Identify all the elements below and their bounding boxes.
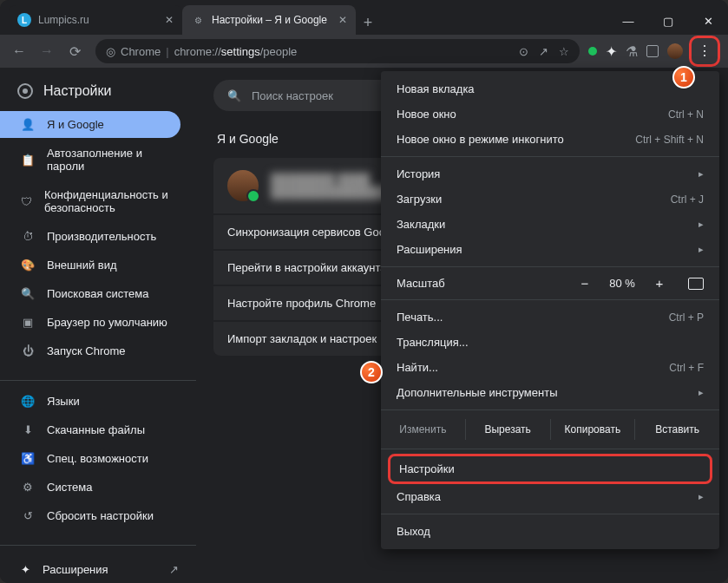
menu-help[interactable]: Справка▸ [381,484,719,509]
tab-lumpics[interactable]: L Lumpics.ru ✕ [9,5,182,35]
edit-cut[interactable]: Вырезать [466,419,551,440]
sidebar-item[interactable]: ⏻Запуск Chrome [0,337,180,364]
menu-history[interactable]: История▸ [381,161,719,187]
sidebar-item[interactable]: ↺Сбросить настройки [0,502,180,529]
zoom-out-button[interactable]: − [575,276,594,291]
lens-icon[interactable]: ⊙ [519,45,528,58]
fullscreen-button[interactable] [688,278,704,290]
sidebar-item[interactable]: 🛡Конфиденциальность и безопасность [0,181,180,221]
menu-new-window[interactable]: Новое окноCtrl + N [381,102,719,127]
bookmark-star-icon[interactable]: ☆ [559,45,569,58]
speed-icon: ⏱ [21,230,35,243]
sidebar-extensions[interactable]: ✦ Расширения ↗ [0,553,196,583]
menu-extensions[interactable]: Расширения▸ [381,237,719,262]
profile-avatar[interactable] [667,43,683,59]
sidebar-item[interactable]: ⚙Система [0,474,180,501]
menu-incognito[interactable]: Новое окно в режиме инкогнитоCtrl + Shif… [381,127,719,152]
power-icon: ⏻ [21,344,35,357]
chrome-menu: Новая вкладка Новое окноCtrl + N Новое о… [381,71,719,549]
toolbar: ← → ⟳ ◎ Chrome | chrome://settings/peopl… [0,35,728,68]
titlebar: L Lumpics.ru ✕ ⚙ Настройки – Я и Google … [0,0,728,35]
share-icon[interactable]: ↗ [539,45,548,58]
reset-icon: ↺ [21,509,35,522]
reload-button[interactable]: ⟳ [62,39,87,63]
close-window-button[interactable]: ✕ [688,7,728,35]
sidebar-item[interactable]: 🌐Языки [0,388,180,415]
edit-paste[interactable]: Вставить [635,419,719,440]
menu-exit[interactable]: Выход [381,519,719,544]
sidebar-item[interactable]: 📋Автозаполнение и пароли [0,140,180,180]
kebab-menu-button[interactable]: ⋮ [692,38,718,64]
paint-icon: 🎨 [21,259,35,272]
sidebar-item[interactable]: ⬇Скачанные файлы [0,416,180,443]
tab-label: Lumpics.ru [38,14,158,26]
forward-button[interactable]: → [35,39,59,63]
globe-icon: 🌐 [21,395,35,408]
download-icon: ⬇ [21,423,35,436]
sidebar-item[interactable]: ▣Браузер по умолчанию [0,309,180,336]
sidebar: Настройки 👤Я и Google📋Автозаполнение и п… [0,68,196,583]
puzzle-icon: ✦ [21,563,30,576]
menu-find[interactable]: Найти...Ctrl + F [381,355,719,380]
menu-bookmarks[interactable]: Закладки▸ [381,212,719,237]
external-link-icon: ↗ [169,563,179,576]
extensions-icon[interactable]: ✦ [606,43,617,60]
close-tab-icon[interactable]: ✕ [338,14,347,26]
app-title: Настройки [0,68,196,111]
annotation-badge-1: 1 [672,66,695,88]
sidebar-item[interactable]: ♿Спец. возможности [0,445,180,472]
menu-cast[interactable]: Трансляция... [381,330,719,355]
sidebar-item[interactable]: 👤Я и Google [0,111,180,138]
zoom-in-button[interactable]: + [650,276,669,291]
annotation-badge-2: 2 [360,361,383,383]
chrome-icon: ◎ [106,45,115,58]
sidebar-item[interactable]: 🎨Внешний вид [0,252,180,278]
address-bar[interactable]: ◎ Chrome | chrome://settings/people ⊙ ↗ … [95,39,580,63]
menu-zoom: Масштаб − 80 % + [381,272,719,295]
chrome-logo-icon [17,83,33,99]
back-button[interactable]: ← [7,39,31,63]
minimize-button[interactable]: — [608,7,648,35]
zoom-value: 80 % [601,277,643,290]
edit-copy[interactable]: Копировать [551,419,636,440]
sidebar-item[interactable]: ⏱Производительность [0,223,180,250]
access-icon: ♿ [21,452,35,465]
system-icon: ⚙ [21,481,35,494]
shield-icon: 🛡 [21,195,32,208]
close-tab-icon[interactable]: ✕ [165,14,174,26]
status-indicator [588,47,597,56]
menu-more-tools[interactable]: Дополнительные инструменты▸ [381,380,719,405]
labs-icon[interactable]: ⚗ [626,43,638,60]
gear-icon: ⚙ [191,13,205,27]
autofill-icon: 📋 [21,154,35,167]
tab-settings[interactable]: ⚙ Настройки – Я и Google ✕ [182,5,356,35]
avatar [227,170,259,201]
new-tab-button[interactable]: + [356,10,380,35]
search-icon: 🔍 [21,287,35,300]
menu-edit-row: Изменить Вырезать Копировать Вставить [381,415,719,444]
browser-icon: ▣ [21,316,35,329]
tab-label: Настройки – Я и Google [212,14,331,26]
maximize-button[interactable]: ▢ [648,7,688,35]
edit-label: Изменить [381,419,466,440]
sidebar-item[interactable]: 🔍Поисковая система [0,280,180,307]
menu-downloads[interactable]: ЗагрузкиCtrl + J [381,187,719,212]
menu-settings[interactable]: Настройки [390,456,710,481]
panel-icon[interactable] [646,45,659,57]
search-icon: 🔍 [227,89,241,102]
menu-print[interactable]: Печать...Ctrl + P [381,305,719,330]
annotation-highlight [689,36,720,67]
person-icon: 👤 [21,118,35,131]
menu-new-tab[interactable]: Новая вкладка [381,76,719,102]
